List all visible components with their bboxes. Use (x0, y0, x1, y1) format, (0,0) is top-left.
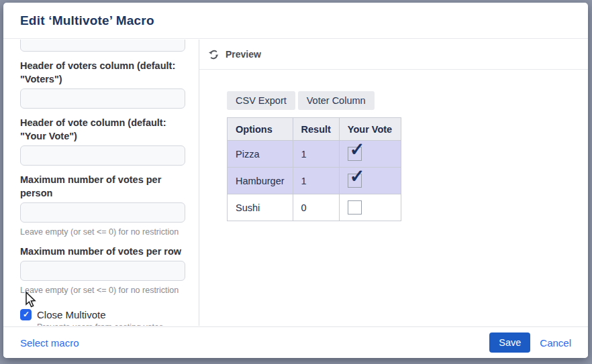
preview-content: CSV Export Voter Column Options Result Y… (199, 70, 588, 221)
result-cell: 1 (293, 141, 339, 168)
max-votes-row-label: Maximum number of votes per row (20, 245, 185, 258)
result-cell: 0 (293, 194, 339, 221)
vote-checkbox[interactable] (348, 200, 362, 215)
column-header-result: Result (293, 118, 339, 141)
close-multivote-label: Close Multivote (37, 309, 106, 320)
table-row: Sushi 0 (228, 194, 401, 221)
table-row: Pizza 1 (228, 141, 401, 168)
vote-checkbox[interactable] (348, 174, 362, 188)
result-cell: 1 (293, 168, 339, 194)
preview-header: Preview (199, 40, 588, 70)
preview-title: Preview (226, 49, 261, 60)
option-cell: Sushi (228, 194, 293, 221)
max-votes-person-hint: Leave empty (or set <= 0) for no restric… (20, 227, 185, 237)
close-multivote-row: Close Multivote (20, 309, 185, 320)
max-votes-person-input[interactable] (20, 202, 185, 223)
dialog-header: Edit ‘Multivote’ Macro (3, 3, 588, 39)
max-votes-person-label: Maximum number of votes per person (20, 173, 185, 200)
column-header-options: Options (228, 118, 293, 141)
vote-column-label: Header of vote column (default: "Your Vo… (20, 116, 185, 143)
table-row: Hamburger 1 (228, 168, 401, 194)
close-multivote-checkbox[interactable] (20, 309, 32, 320)
vote-checkbox[interactable] (348, 147, 362, 161)
csv-export-button[interactable]: CSV Export (227, 91, 295, 110)
voters-column-label: Header of voters column (default: "Voter… (20, 59, 185, 86)
dialog-footer: Select macro Save Cancel (3, 326, 588, 358)
select-macro-link[interactable]: Select macro (20, 337, 79, 349)
vote-preview-table: Options Result Your Vote Pizza 1 Hamburg… (227, 117, 401, 221)
max-votes-row-hint: Leave empty (or set <= 0) for no restric… (20, 286, 185, 296)
dialog-title: Edit ‘Multivote’ Macro (20, 13, 154, 28)
option-cell: Hamburger (228, 168, 293, 194)
cancel-link[interactable]: Cancel (540, 337, 571, 349)
preview-button-row: CSV Export Voter Column (227, 91, 588, 110)
preview-panel: Preview CSV Export Voter Column Options … (199, 40, 588, 326)
close-multivote-hint: Prevents users from casting votes (20, 322, 185, 326)
column-header-your-vote: Your Vote (339, 118, 401, 141)
edit-macro-dialog: Edit ‘Multivote’ Macro Header of voters … (3, 3, 588, 358)
vote-column-input[interactable] (20, 145, 185, 166)
voters-column-input[interactable] (20, 88, 185, 109)
max-votes-row-input[interactable] (20, 261, 185, 281)
macro-form-panel: Header of voters column (default: "Voter… (3, 40, 199, 326)
option-cell: Pizza (228, 141, 293, 168)
voter-column-button[interactable]: Voter Column (298, 91, 375, 110)
table-header-row: Options Result Your Vote (228, 118, 401, 141)
footer-actions: Save Cancel (489, 332, 571, 353)
top-partial-input[interactable] (20, 40, 185, 52)
save-button[interactable]: Save (489, 332, 530, 353)
refresh-icon[interactable] (208, 49, 219, 60)
dialog-body: Header of voters column (default: "Voter… (3, 40, 588, 326)
